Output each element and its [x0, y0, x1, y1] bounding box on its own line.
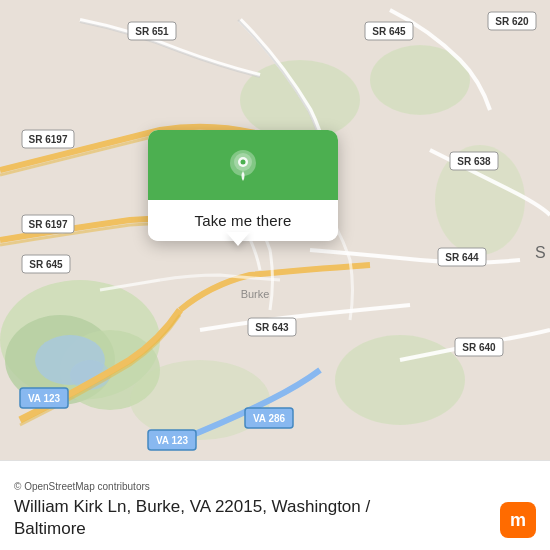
osm-credit: © OpenStreetMap contributors: [14, 481, 536, 492]
svg-text:SR 640: SR 640: [462, 342, 496, 353]
location-pin-icon: [224, 148, 262, 186]
svg-text:SR 6197: SR 6197: [29, 219, 68, 230]
popup-card: Take me there: [148, 130, 338, 241]
svg-point-10: [335, 335, 465, 425]
address-line: William Kirk Ln, Burke, VA 22015, Washin…: [14, 496, 536, 540]
popup-header: [148, 130, 338, 200]
svg-text:Burke: Burke: [241, 288, 270, 300]
svg-point-42: [241, 160, 246, 165]
moovit-icon: m: [500, 502, 536, 538]
svg-text:S: S: [535, 244, 546, 261]
svg-point-6: [240, 60, 360, 140]
svg-text:SR 645: SR 645: [29, 259, 63, 270]
moovit-logo: m: [500, 502, 536, 538]
footer: © OpenStreetMap contributors William Kir…: [0, 460, 550, 550]
address-text-line2: Baltimore: [14, 519, 86, 538]
svg-text:SR 651: SR 651: [135, 26, 169, 37]
popup-tail: [226, 232, 250, 246]
map-container[interactable]: SR 620 SR 651 SR 645 SR 638 SR 6197 SR 6…: [0, 0, 550, 460]
svg-text:SR 645: SR 645: [372, 26, 406, 37]
svg-text:SR 643: SR 643: [255, 322, 289, 333]
svg-text:SR 644: SR 644: [445, 252, 479, 263]
svg-text:SR 620: SR 620: [495, 16, 529, 27]
address-text: William Kirk Ln, Burke, VA 22015, Washin…: [14, 497, 370, 516]
svg-text:VA 286: VA 286: [253, 413, 286, 424]
svg-text:SR 638: SR 638: [457, 156, 491, 167]
svg-text:VA 123: VA 123: [28, 393, 61, 404]
svg-text:SR 6197: SR 6197: [29, 134, 68, 145]
svg-text:VA 123: VA 123: [156, 435, 189, 446]
